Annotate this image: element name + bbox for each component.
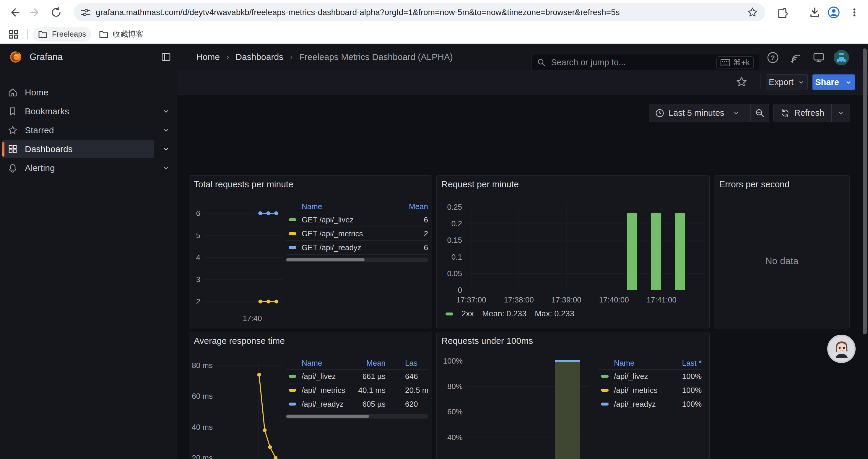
legend-row[interactable]: /api/_metrics 100%	[598, 383, 702, 397]
legend-row[interactable]: /api/_livez 661 µs 646	[286, 369, 428, 383]
share-button[interactable]: Share	[812, 74, 842, 90]
sidebar-dashboards-expand[interactable]	[162, 140, 171, 158]
kiosk-mode-button[interactable]	[812, 51, 826, 64]
sidebar-item-bookmarks[interactable]: Bookmarks	[2, 102, 154, 121]
sidebar-item-label: Home	[25, 88, 49, 97]
page-scrollbar-thumb[interactable]	[863, 48, 867, 334]
clock-icon	[655, 108, 664, 118]
legend-col-mean[interactable]: Mean	[350, 359, 385, 368]
legend-row[interactable]: /api/_readyz 100%	[598, 397, 702, 411]
chevron-down-icon	[798, 79, 805, 86]
bookmark-star-icon[interactable]	[747, 7, 758, 18]
legend-series-label: 2xx	[462, 309, 474, 319]
panel-errors-per-second[interactable]: Errors per second No data	[714, 175, 850, 328]
panel-requests-under-100ms[interactable]: Requests under 100ms 100%80%60%40%20%0%1…	[436, 332, 710, 459]
grafana-header-left: Grafana	[0, 44, 177, 70]
bookmarks-divider	[27, 29, 28, 39]
refresh-interval-button[interactable]	[831, 104, 850, 122]
grafana-logo[interactable]	[9, 50, 23, 64]
time-range-picker[interactable]: Last 5 minutes	[649, 104, 751, 122]
star-dashboard-button[interactable]	[734, 74, 749, 90]
back-button[interactable]	[5, 4, 23, 21]
bookmarks-bar: Freeleaps 收藏博客	[0, 25, 868, 44]
search-input[interactable]: Search or jump to... ⌘+k	[531, 53, 759, 72]
series-swatch	[289, 246, 296, 249]
apps-grid-button[interactable]	[5, 26, 22, 42]
legend-scrollbar[interactable]	[286, 258, 428, 262]
svg-text:17:39:00: 17:39:00	[551, 295, 581, 304]
legend-inline[interactable]: 2xx Mean: 0.233 Max: 0.233	[445, 309, 574, 319]
downloads-button[interactable]	[806, 4, 824, 21]
legend-col-name[interactable]: Name	[302, 359, 350, 368]
reload-icon	[50, 6, 62, 19]
help-button[interactable]: ?	[766, 51, 780, 64]
svg-text:60%: 60%	[447, 407, 463, 416]
sidebar-item-starred[interactable]: Starred	[2, 121, 154, 139]
grafana-app: Grafana Home › Dashboards › Freeleaps Me…	[0, 44, 868, 459]
series-swatch	[601, 375, 609, 378]
action-divider	[760, 74, 761, 89]
browser-menu-button[interactable]	[845, 4, 863, 21]
breadcrumb-dashboards[interactable]: Dashboards	[236, 52, 283, 62]
sidebar-item-home[interactable]: Home	[2, 83, 154, 102]
sidebar-toggle-icon[interactable]	[161, 52, 172, 62]
legend-header: Name Mean Las	[286, 357, 428, 369]
legend-row[interactable]: /api/_readyz 605 µs 620	[286, 397, 428, 411]
panel-request-per-minute[interactable]: Request per minute 0.250.20.150.10.05017…	[436, 175, 710, 328]
panel-avg-response-time[interactable]: Average response time 80 ms60 ms40 ms20 …	[189, 332, 432, 459]
back-icon	[8, 6, 20, 18]
svg-text:0.05: 0.05	[447, 269, 462, 278]
zoom-out-time-button[interactable]	[751, 104, 769, 122]
legend-scrollbar[interactable]	[286, 414, 428, 419]
share-menu-button[interactable]	[842, 74, 855, 90]
reload-button[interactable]	[47, 4, 65, 21]
legend-scrollbar-thumb[interactable]	[286, 415, 369, 418]
site-settings-icon[interactable]	[80, 7, 91, 18]
legend-scrollbar-thumb[interactable]	[286, 258, 365, 261]
bookmark-label: Freeleaps	[52, 30, 86, 39]
bookmark-folder-freeleaps[interactable]: Freeleaps	[33, 27, 91, 42]
rss-icon	[789, 52, 802, 64]
panel-total-requests[interactable]: Total requests per minute 6543217:40 Nam…	[189, 175, 432, 328]
profile-button[interactable]	[825, 4, 843, 21]
page-scrollbar[interactable]	[862, 44, 867, 459]
export-button[interactable]: Export	[766, 74, 808, 90]
legend-col-name[interactable]: Name	[614, 359, 672, 368]
kebab-menu-icon	[849, 7, 860, 18]
extensions-button[interactable]	[775, 4, 793, 21]
sidebar-item-alerting[interactable]: Alerting	[2, 159, 154, 177]
forward-button[interactable]	[27, 4, 44, 21]
bookmark-folder-blogs[interactable]: 收藏博客	[94, 27, 148, 42]
refresh-group: Refresh	[773, 104, 850, 122]
series-swatch	[289, 232, 296, 235]
breadcrumb-home[interactable]: Home	[196, 52, 220, 62]
zoom-out-icon	[755, 108, 765, 118]
user-avatar[interactable]	[834, 50, 849, 65]
sidebar-alerting-expand[interactable]	[162, 159, 171, 177]
screen: grafana.mathmast.com/d/deytv4rwavabkb/fr…	[0, 0, 868, 459]
url-bar[interactable]: grafana.mathmast.com/d/deytv4rwavabkb/fr…	[74, 3, 765, 21]
legend-col-last[interactable]: Last *	[672, 359, 702, 368]
sidebar-bookmarks-expand[interactable]	[162, 102, 171, 121]
refresh-button[interactable]: Refresh	[773, 104, 831, 122]
grafana-brand[interactable]: Grafana	[30, 52, 63, 62]
sidebar-item-dashboards[interactable]: Dashboards	[2, 140, 154, 158]
legend-row[interactable]: GET /api/_readyz 6	[286, 241, 428, 255]
series-swatch	[289, 218, 296, 221]
assistant-avatar[interactable]	[827, 335, 856, 363]
url-text[interactable]: grafana.mathmast.com/d/deytv4rwavabkb/fr…	[96, 8, 740, 17]
breadcrumb: Home › Dashboards › Freeleaps Metrics Da…	[196, 44, 453, 70]
chevron-down-icon	[162, 145, 170, 153]
legend-col-mean[interactable]: Mean	[396, 202, 428, 211]
legend-row[interactable]: GET /api/_livez 6	[286, 213, 428, 227]
legend-col-last[interactable]: Las	[405, 359, 428, 368]
download-icon	[809, 6, 821, 18]
legend-row[interactable]: /api/_metrics 40.1 ms 20.5 m	[286, 383, 428, 397]
legend-row[interactable]: GET /api/_metrics 2	[286, 227, 428, 241]
legend-row[interactable]: /api/_livez 100%	[598, 369, 702, 383]
legend-col-name[interactable]: Name	[302, 202, 396, 211]
active-indicator	[2, 142, 4, 157]
sidebar-starred-expand[interactable]	[162, 121, 171, 139]
series-swatch	[601, 389, 609, 392]
news-button[interactable]	[788, 51, 802, 64]
